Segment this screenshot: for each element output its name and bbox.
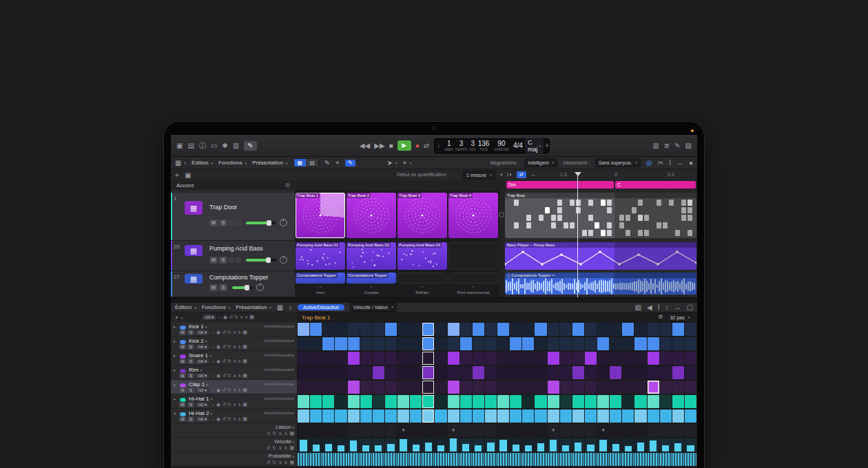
velocity-bar[interactable] [325,444,332,451]
velocity-bar[interactable] [687,445,694,451]
step-cell[interactable] [660,438,672,451]
menu-edition[interactable]: Édition▾ [192,160,213,166]
step-cell[interactable] [422,410,434,423]
velocity-bar[interactable] [425,443,432,451]
row-solo-button[interactable]: S [187,387,194,393]
step-cell[interactable] [648,352,659,365]
rotate-left-icon[interactable]: ↺ [222,387,226,393]
down-icon[interactable]: ∨ [233,344,236,350]
row-solo-button[interactable]: S [187,330,194,335]
step-cell[interactable] [548,395,559,408]
step-cell[interactable] [410,410,422,423]
probability-block[interactable] [648,453,659,466]
step-cell[interactable] [610,323,621,336]
velocity-bar[interactable] [674,443,681,451]
step-cell[interactable]: + [597,424,609,437]
probability-block[interactable] [672,453,684,466]
step-cell[interactable] [510,337,521,350]
rotate-right-icon[interactable]: ↻ [227,373,231,379]
step-cell[interactable] [634,352,646,365]
step-cell[interactable] [373,352,384,365]
step-cell[interactable] [310,381,322,394]
step-cell[interactable] [348,323,360,336]
velocity-bar[interactable] [650,440,657,451]
velocity-bar[interactable] [550,440,557,451]
step-cell[interactable] [410,352,422,365]
step-cell[interactable] [422,438,434,451]
target-icon[interactable]: ◉ [216,373,220,379]
step-cell[interactable] [672,424,684,437]
step-cell[interactable] [672,381,684,394]
seq-note-icon[interactable]: ♪ [289,304,292,311]
step-cell[interactable] [648,410,659,423]
step-cell[interactable] [572,352,584,365]
grid-small-icon[interactable]: ▦ [249,315,254,320]
quick-help-icon[interactable]: ⓘ [199,142,206,149]
step-cell[interactable] [335,453,347,466]
lcd-list-icon[interactable]: ≡ [546,143,549,149]
step-cell[interactable] [298,424,309,437]
step-cell[interactable] [460,381,472,394]
step-cell[interactable] [397,438,409,451]
step-cell[interactable] [373,424,384,437]
step-cell[interactable] [685,352,696,365]
step-cell[interactable] [560,366,572,379]
step-cell[interactable] [360,366,372,379]
scene-trigger[interactable]: ^Refrain [397,286,447,297]
step-cell[interactable] [373,381,384,394]
step-cell[interactable] [335,410,347,423]
step-cell[interactable] [485,323,497,336]
pan-knob[interactable] [256,284,264,291]
step-cell[interactable] [410,438,422,451]
row-name[interactable]: Rim ▾ [189,367,202,373]
step-cell[interactable] [585,337,597,350]
step-cell[interactable] [435,323,446,336]
row-name[interactable]: Kick 1 ▾ [189,323,207,330]
step-cell[interactable] [522,352,534,365]
track-header-26[interactable]: 26 ▦ Pumping Acid Bass M S [171,241,295,271]
step-cell[interactable] [448,438,459,451]
grid-small-icon[interactable]: ▦ [242,359,247,364]
step-cell[interactable] [310,366,322,379]
step-cell[interactable] [460,366,472,379]
step-cell[interactable] [360,453,372,466]
step-cell[interactable] [473,410,484,423]
step-cell[interactable] [622,424,634,437]
step-cell[interactable] [460,395,472,408]
step-cell[interactable] [585,395,597,408]
tempo-display[interactable]: 90GARDER [493,140,509,151]
step-cell[interactable] [448,323,459,336]
arrow-right-icon[interactable]: → [210,416,215,422]
up-icon[interactable]: ∧ [238,373,241,379]
add-row-menu[interactable]: +▾ [175,315,183,321]
row-rate-box[interactable]: /16 ▾ [196,330,209,335]
probability-block[interactable] [522,453,534,466]
step-cell[interactable] [373,395,384,408]
step-cell[interactable] [322,410,334,423]
down-icon[interactable]: ∨ [233,359,236,364]
step-cell[interactable] [385,438,397,451]
velocity-bar[interactable] [587,445,594,451]
catch-playhead-icon[interactable]: ◎ [646,160,652,167]
step-cell[interactable] [685,410,696,423]
row-rate-box[interactable]: /16 ▾ [196,402,209,407]
rotate-right-icon[interactable]: ↻ [227,344,231,350]
step-cell[interactable] [548,453,559,466]
step-cell[interactable] [522,381,534,394]
step-cell[interactable] [460,453,472,466]
step-cell[interactable] [460,410,472,423]
step-cell[interactable] [385,366,397,379]
step-cell[interactable] [348,395,360,408]
step-cell[interactable] [510,366,521,379]
step-cell[interactable] [660,337,672,350]
rotate-left-icon[interactable]: ↺ [222,344,226,350]
probability-block[interactable] [548,453,559,466]
step-cell[interactable] [585,424,597,437]
library-icon[interactable]: ▣ [176,142,183,149]
rotate-left-icon[interactable]: ↺ [266,460,270,465]
step-cell[interactable] [585,323,597,336]
up-icon[interactable]: ∧ [284,445,287,451]
step-cell[interactable] [685,424,696,437]
probability-block[interactable] [510,453,521,466]
probability-block[interactable] [660,453,672,466]
